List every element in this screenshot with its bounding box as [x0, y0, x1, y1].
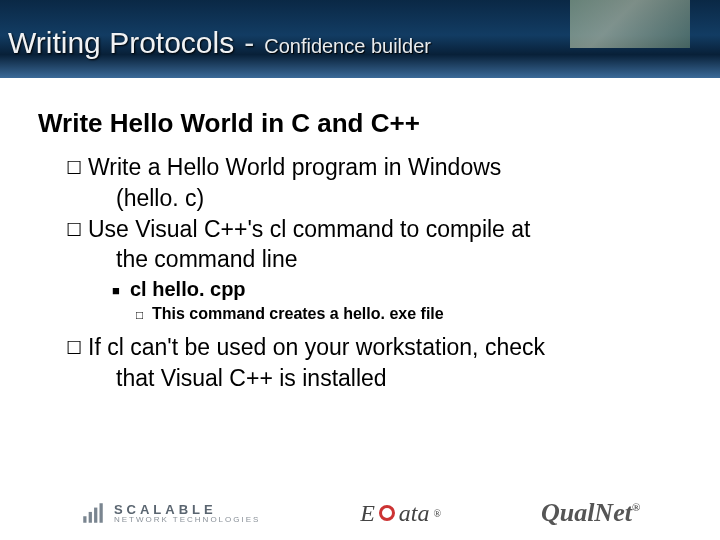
trademark-icon: ® [632, 501, 640, 513]
section-heading: Write Hello World in C and C++ [38, 108, 702, 139]
list-item-text: This command creates a hello. exe file [152, 305, 444, 323]
header-separator: - [244, 26, 254, 60]
checkbox-bullet-icon: ☐ [66, 333, 88, 362]
svg-rect-2 [94, 508, 97, 523]
checkbox-bullet-icon: ☐ [66, 153, 88, 182]
scalable-logo-icon [80, 500, 106, 526]
svg-rect-0 [83, 516, 86, 523]
checkbox-bullet-icon: ☐ [66, 215, 88, 244]
list-item-text: cl hello. cpp [130, 278, 246, 301]
qualnet-logo-text: QualNet [541, 498, 632, 527]
qualnet-logo: QualNet® [541, 498, 640, 528]
scalable-logo-text: SCALABLE NETWORK TECHNOLOGIES [114, 503, 261, 524]
exata-logo: Eata® [360, 500, 441, 527]
list-item-continuation: the command line [116, 245, 702, 274]
slide-header: Writing Protocols - Confidence builder [0, 0, 720, 78]
exata-logo-text-pre: E [360, 500, 375, 527]
list-item: □ This command creates a hello. exe file [136, 305, 702, 323]
hollow-square-bullet-icon: □ [136, 305, 152, 323]
svg-rect-3 [99, 503, 102, 523]
bullet-list-level1: ☐ Write a Hello World program in Windows… [66, 153, 702, 274]
slide-body: Write Hello World in C and C++ ☐ Write a… [0, 78, 720, 393]
svg-rect-1 [89, 512, 92, 523]
header-subtitle: Confidence builder [264, 35, 431, 60]
list-item-text: Write a Hello World program in Windows [88, 153, 702, 182]
list-item-continuation: that Visual C++ is installed [116, 364, 702, 393]
bullet-list-level1: ☐ If cl can't be used on your workstatio… [66, 333, 702, 393]
list-item-continuation: (hello. c) [116, 184, 702, 213]
exata-ring-icon [379, 505, 395, 521]
bullet-list-level3: □ This command creates a hello. exe file [136, 305, 702, 323]
footer-logos: SCALABLE NETWORK TECHNOLOGIES Eata® Qual… [0, 498, 720, 528]
bullet-list-level2: ■ cl hello. cpp [112, 278, 702, 301]
list-item: ☐ Use Visual C++'s cl command to compile… [66, 215, 702, 244]
list-item: ■ cl hello. cpp [112, 278, 702, 301]
list-item-text: Use Visual C++'s cl command to compile a… [88, 215, 702, 244]
trademark-icon: ® [434, 508, 442, 519]
scalable-logo: SCALABLE NETWORK TECHNOLOGIES [80, 500, 261, 526]
square-bullet-icon: ■ [112, 278, 130, 301]
list-item-text: If cl can't be used on your workstation,… [88, 333, 702, 362]
exata-logo-text-post: ata [399, 500, 430, 527]
header-title: Writing Protocols [8, 26, 234, 60]
list-item: ☐ Write a Hello World program in Windows [66, 153, 702, 182]
list-item: ☐ If cl can't be used on your workstatio… [66, 333, 702, 362]
